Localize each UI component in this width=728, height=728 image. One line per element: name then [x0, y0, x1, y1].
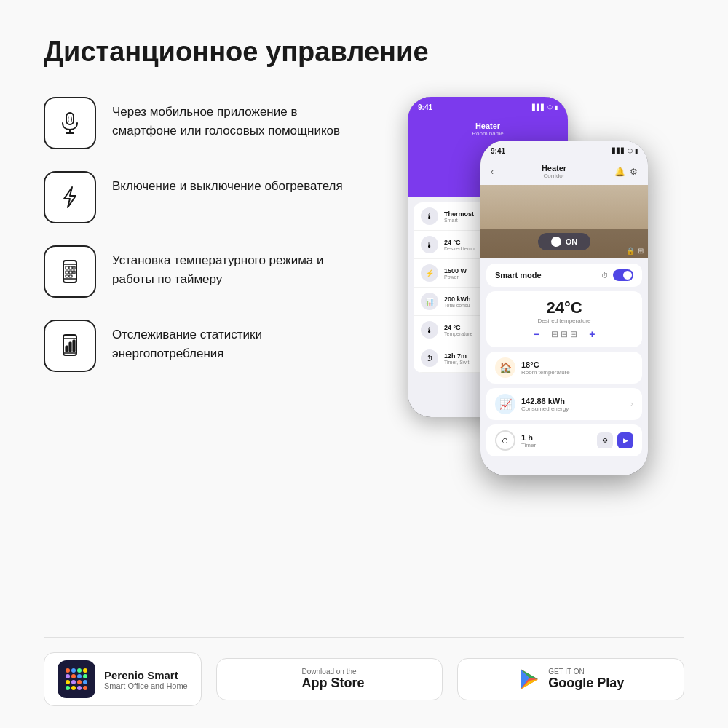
back-subtitle: Room name	[418, 130, 558, 137]
page-title: Дистанционное управление	[44, 36, 684, 68]
room-temp-icon: 🏠	[495, 357, 515, 378]
app-store-text: Download on the App Store	[302, 668, 365, 691]
dot	[71, 668, 76, 673]
front-status-icons: ▋▋▋ ⬡ ▮	[612, 148, 638, 154]
temp-decrease-btn[interactable]: −	[533, 328, 539, 340]
wifi-icon: ⬡	[547, 104, 553, 111]
timer-settings-btn[interactable]: ⚙	[597, 432, 613, 448]
dot	[83, 674, 87, 678]
feature-item-3: Установка температурного режима и работы…	[44, 245, 349, 298]
back-time: 9:41	[418, 103, 432, 111]
room-temp-card: 🏠 18°C Room temperature	[486, 352, 642, 384]
brand-name: Perenio Smart	[104, 669, 188, 681]
temp-label: Desired temperature	[495, 317, 633, 324]
list-icon-4: 📊	[421, 293, 438, 310]
wifi-icon: ⬡	[628, 148, 633, 154]
timer-card: ⏱ 1 h Timer ⚙ ▶	[486, 424, 642, 456]
temp-tune-icon: ⊟ ⊟ ⊟	[551, 329, 578, 339]
back-status-bar: 9:41 ▋▋▋ ⬡ ▮	[408, 97, 568, 117]
phone-front: 9:41 ▋▋▋ ⬡ ▮ ‹ Heater Corridor	[480, 141, 648, 475]
svg-rect-19	[73, 340, 75, 352]
content-row: Через мобильное приложение в смартфоне и…	[44, 97, 684, 630]
settings-icon: ⚙	[630, 167, 638, 177]
page-container: Дистанционное управление Через мобильное…	[0, 0, 728, 728]
svg-rect-0	[66, 113, 74, 124]
back-status-icons: ▋▋▋ ⬡ ▮	[532, 104, 558, 111]
list-icon-2: 🌡	[421, 236, 438, 253]
bar-chart-icon	[57, 333, 83, 359]
svg-rect-6	[66, 266, 68, 269]
google-play-badge[interactable]: GET IT ON Google Play	[457, 658, 684, 700]
bottom-section: Perenio Smart Smart Office and Home Down…	[44, 637, 684, 706]
list-icon-1: 🌡	[421, 207, 438, 225]
energy-card[interactable]: 📈 142.86 kWh Consumed energy ›	[486, 388, 642, 420]
svg-rect-13	[69, 275, 72, 277]
list-icon-3: ⚡	[421, 264, 438, 282]
phones-column: 9:41 ▋▋▋ ⬡ ▮ Heater Room name	[349, 97, 684, 630]
svg-rect-10	[69, 271, 72, 274]
app-icon	[58, 660, 95, 698]
back-arrow-icon: ‹	[491, 167, 494, 177]
dot	[83, 680, 87, 684]
on-toggle[interactable]: ON	[538, 233, 591, 250]
energy-label: Consumed energy	[521, 405, 625, 412]
feature-item-2: Включение и выключение обогревателя	[44, 171, 349, 223]
bar-chart-icon-box	[44, 320, 96, 372]
google-play-icon	[518, 668, 541, 691]
dot	[71, 680, 76, 684]
temp-controls: − ⊟ ⊟ ⊟ +	[495, 328, 633, 340]
dot	[66, 686, 70, 690]
svg-rect-9	[66, 271, 68, 274]
bell-icon: 🔔	[614, 167, 625, 177]
app-brand-text: Perenio Smart Smart Office and Home	[104, 669, 188, 690]
front-header: ‹ Heater Corridor 🔔 ⚙	[480, 161, 648, 185]
room-temp-label: Room temperature	[521, 369, 633, 376]
feature-text-4: Отслеживание статистики энергопотреблени…	[112, 320, 349, 363]
feature-text-1: Через мобильное приложение в смартфоне и…	[112, 97, 349, 140]
on-label: ON	[566, 237, 578, 246]
timer-controls: ⚙ ▶	[597, 432, 633, 448]
google-play-name: Google Play	[548, 676, 624, 691]
brand-subtitle: Smart Office and Home	[104, 681, 188, 690]
front-content: Smart mode ⏱ 24°C Desired temperature	[480, 258, 648, 467]
app-dot-grid	[66, 668, 87, 690]
google-play-sub: GET IT ON	[548, 668, 624, 676]
front-status-bar: 9:41 ▋▋▋ ⬡ ▮	[480, 141, 648, 161]
front-time: 9:41	[491, 147, 505, 155]
smart-mode-toggle[interactable]	[613, 269, 633, 281]
smart-mode-label: Smart mode	[495, 271, 542, 280]
feature-text-3: Установка температурного режима и работы…	[112, 245, 349, 288]
back-title: Heater	[418, 122, 558, 130]
feature-item-4: Отслеживание статистики энергопотреблени…	[44, 320, 349, 372]
smart-mode-row: Smart mode ⏱	[486, 264, 642, 287]
front-header-center: Heater Corridor	[542, 164, 566, 179]
front-title: Heater	[542, 164, 566, 173]
front-header-icons: 🔔 ⚙	[614, 167, 638, 177]
dot	[77, 680, 82, 684]
list-icon-6: ⏱	[421, 349, 438, 367]
bolt-icon	[57, 184, 83, 210]
clock-icon: ⏱	[601, 272, 609, 280]
dot	[66, 674, 70, 678]
timer-content: 1 h Timer	[521, 433, 591, 448]
svg-rect-17	[66, 346, 68, 352]
feature-item-1: Через мобильное приложение в смартфоне и…	[44, 97, 349, 149]
phone-grid-icon-box	[44, 245, 96, 298]
svg-rect-12	[66, 275, 68, 277]
app-store-badge[interactable]: Download on the App Store	[216, 658, 443, 700]
battery-icon: ▮	[635, 148, 638, 154]
app-store-sub: Download on the	[302, 668, 365, 676]
svg-rect-11	[73, 271, 75, 274]
temp-increase-btn[interactable]: +	[589, 328, 595, 340]
mic-icon	[57, 110, 83, 136]
timer-play-btn[interactable]: ▶	[617, 432, 633, 448]
timer-value: 1 h	[521, 433, 591, 442]
room-image: ON 🔒 ⊞	[480, 185, 648, 258]
dot	[71, 674, 76, 678]
mic-icon-box	[44, 97, 96, 149]
feature-text-2: Включение и выключение обогревателя	[112, 171, 343, 196]
temperature-section: 24°C Desired temperature − ⊟ ⊟ ⊟ +	[486, 291, 642, 347]
toggle-dot	[551, 237, 561, 247]
chevron-right-icon: ›	[630, 399, 633, 409]
app-brand-badge: Perenio Smart Smart Office and Home	[44, 652, 202, 706]
